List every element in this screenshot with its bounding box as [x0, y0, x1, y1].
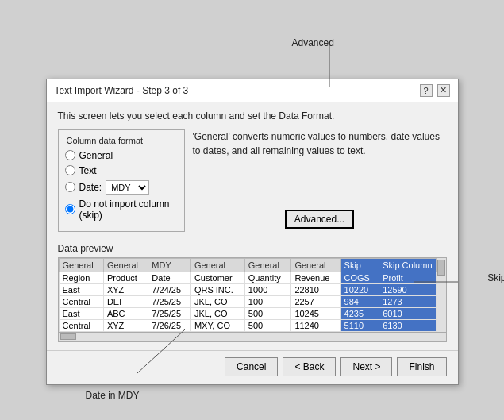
preview-label: Data preview — [58, 243, 447, 254]
description-text: This screen lets you select each column … — [58, 110, 447, 121]
vertical-scrollbar-thumb[interactable] — [437, 260, 445, 276]
radio-skip-label: Do not import column (skip) — [79, 198, 178, 221]
radio-general-input[interactable] — [65, 150, 75, 160]
radio-text-label: Text — [79, 165, 97, 176]
radio-text-input[interactable] — [65, 165, 75, 175]
header-col-column: Skip Column — [379, 258, 436, 272]
preview-header-row: General General MDY General General Gene… — [59, 258, 445, 272]
radio-date[interactable]: Date: MDY — [65, 180, 178, 195]
cell-column: 6130 — [379, 319, 436, 331]
date-format-select[interactable]: MDY — [106, 180, 149, 195]
table-row: Central XYZ 7/26/25 MXY, CO 500 11240 51… — [59, 319, 445, 331]
header-col-1: General — [59, 258, 103, 272]
main-area: Column data format General Text Date: — [58, 129, 447, 232]
table-row: East XYZ 7/24/25 QRS INC. 1000 22810 102… — [59, 283, 445, 295]
cell: 7/25/25 — [148, 307, 191, 319]
radio-date-input[interactable] — [65, 182, 75, 192]
header-col-skip: Skip — [340, 258, 379, 272]
header-col-6: General — [291, 258, 340, 272]
cell: ABC — [103, 307, 148, 319]
dialog-title: Text Import Wizard - Step 3 of 3 — [55, 85, 189, 96]
radio-skip-input[interactable] — [65, 204, 75, 214]
header-col-3: MDY — [148, 258, 191, 272]
vertical-scrollbar[interactable] — [437, 258, 446, 332]
radio-general[interactable]: General — [65, 150, 178, 161]
cell: Customer — [190, 272, 244, 283]
advanced-button[interactable]: Advanced... — [285, 210, 354, 229]
preview-container: General General MDY General General Gene… — [58, 257, 447, 342]
horizontal-scrollbar[interactable] — [59, 332, 446, 341]
general-description: 'General' converts numeric values to num… — [193, 129, 447, 158]
table-row: East ABC 7/25/25 JKL, CO 500 10245 4235 … — [59, 307, 445, 319]
cell: 1000 — [244, 283, 291, 295]
cell-skip: 4235 — [340, 307, 379, 319]
right-panel: 'General' converts numeric values to num… — [193, 129, 447, 232]
cell-column: 1273 — [379, 295, 436, 307]
cell-skip: COGS — [340, 272, 379, 283]
preview-section: Data preview General General MDY General… — [58, 243, 447, 342]
cell: Region — [59, 272, 103, 283]
svg-line-2 — [137, 329, 185, 373]
date-callout-arrow — [137, 329, 201, 377]
dialog-body: This screen lets you select each column … — [47, 102, 458, 350]
cell-column: 6010 — [379, 307, 436, 319]
cell-skip: 5110 — [340, 319, 379, 331]
cell: Product — [103, 272, 148, 283]
dialog: Text Import Wizard - Step 3 of 3 ? ✕ Thi… — [46, 79, 459, 385]
cancel-button[interactable]: Cancel — [225, 357, 278, 376]
cell: 100 — [244, 295, 291, 307]
header-col-4: General — [190, 258, 244, 272]
cell: DEF — [103, 295, 148, 307]
title-bar: Text Import Wizard - Step 3 of 3 ? ✕ — [47, 79, 458, 102]
skip-callout-arrow — [414, 281, 462, 283]
cell: East — [59, 307, 103, 319]
horizontal-scrollbar-thumb[interactable] — [60, 333, 76, 340]
close-button[interactable]: ✕ — [437, 84, 450, 97]
radio-skip[interactable]: Do not import column (skip) — [65, 198, 178, 221]
cell: Revenue — [291, 272, 340, 283]
column-format-title: Column data format — [65, 136, 145, 145]
cell-skip: 10220 — [340, 283, 379, 295]
finish-button[interactable]: Finish — [397, 357, 446, 376]
cell: Date — [148, 272, 191, 283]
cell: 11240 — [291, 319, 340, 331]
table-row: Central DEF 7/25/25 JKL, CO 100 2257 984… — [59, 295, 445, 307]
table-row: Region Product Date Customer Quantity Re… — [59, 272, 445, 283]
cell: 500 — [244, 307, 291, 319]
cell-skip: 984 — [340, 295, 379, 307]
header-col-2: General — [103, 258, 148, 272]
cell-column: 12590 — [379, 283, 436, 295]
back-button[interactable]: < Back — [283, 357, 336, 376]
skip-callout-label: Skip — [487, 272, 504, 283]
cell: 7/25/25 — [148, 295, 191, 307]
cell: 500 — [244, 319, 291, 331]
radio-date-label: Date: — [79, 182, 102, 193]
cell: JKL, CO — [190, 295, 244, 307]
cell: 7/24/25 — [148, 283, 191, 295]
left-panel: Column data format General Text Date: — [58, 129, 185, 232]
preview-table: General General MDY General General Gene… — [59, 258, 446, 332]
cell: Central — [59, 295, 103, 307]
cell: JKL, CO — [190, 307, 244, 319]
radio-text[interactable]: Text — [65, 165, 178, 176]
cell: QRS INC. — [190, 283, 244, 295]
cell: 10245 — [291, 307, 340, 319]
cell: Quantity — [244, 272, 291, 283]
header-col-5: General — [244, 258, 291, 272]
advanced-btn-container: Advanced... — [193, 202, 447, 229]
button-row: Cancel < Back Next > Finish — [47, 350, 458, 384]
advanced-callout-arrow — [329, 44, 330, 91]
next-button[interactable]: Next > — [340, 357, 392, 376]
column-format-group: Column data format General Text Date: — [58, 129, 185, 232]
cell: XYZ — [103, 283, 148, 295]
help-button[interactable]: ? — [420, 84, 433, 97]
radio-general-label: General — [79, 150, 113, 161]
cell: 22810 — [291, 283, 340, 295]
cell: Central — [59, 319, 103, 331]
cell: East — [59, 283, 103, 295]
cell: 2257 — [291, 295, 340, 307]
date-callout-label: Date in MDY — [86, 390, 140, 401]
